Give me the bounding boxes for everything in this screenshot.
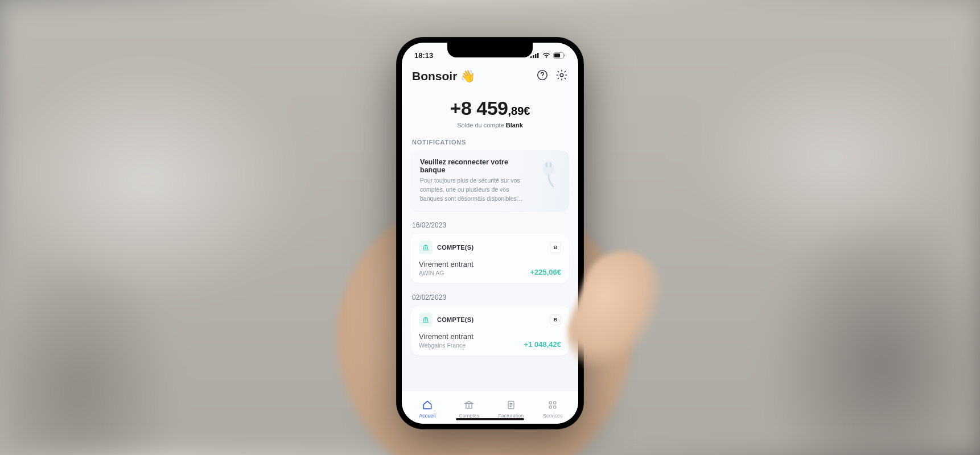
svg-rect-31 bbox=[549, 406, 551, 408]
account-label: COMPTE(S) bbox=[437, 316, 473, 323]
notification-card[interactable]: Veuillez reconnecter votre banque Pour t… bbox=[411, 150, 569, 211]
transaction-amount: +1 048,42€ bbox=[524, 340, 561, 349]
transaction-amount: +225,06€ bbox=[530, 268, 561, 276]
svg-rect-11 bbox=[546, 163, 547, 167]
nav-home[interactable]: Accueil bbox=[406, 399, 448, 419]
home-indicator[interactable] bbox=[456, 418, 524, 420]
help-icon[interactable] bbox=[536, 69, 549, 84]
greeting: Bonsoir 👋 bbox=[412, 69, 475, 83]
brand-chip: B bbox=[550, 314, 561, 325]
balance-subtitle: Solde du compte Blank bbox=[411, 122, 569, 129]
nav-label: Services bbox=[543, 413, 563, 419]
grid-icon bbox=[547, 399, 558, 412]
phone-frame: 18:13 Bonsoir 👋 bbox=[396, 37, 584, 429]
cellular-icon bbox=[530, 52, 540, 58]
transaction-title: Virement entrant bbox=[419, 260, 473, 268]
transaction-date: 02/02/2023 bbox=[412, 293, 568, 301]
app-header: Bonsoir 👋 bbox=[411, 63, 569, 87]
transaction-date: 16/02/2023 bbox=[412, 221, 568, 229]
home-icon bbox=[422, 399, 433, 412]
svg-rect-0 bbox=[530, 56, 532, 58]
svg-rect-13 bbox=[423, 247, 424, 250]
svg-rect-14 bbox=[425, 247, 426, 250]
svg-rect-12 bbox=[550, 163, 551, 167]
notification-title: Veuillez reconnecter votre banque bbox=[420, 158, 532, 174]
settings-icon[interactable] bbox=[555, 69, 568, 84]
balance-cents: ,89€ bbox=[508, 105, 530, 117]
svg-rect-6 bbox=[565, 54, 566, 56]
bank-icon bbox=[419, 313, 433, 326]
nav-invoicing[interactable]: Facturation bbox=[490, 399, 532, 419]
svg-rect-20 bbox=[423, 322, 429, 322]
main-content[interactable]: Bonsoir 👋 +8 459,89€ Solde du bbox=[402, 63, 578, 391]
svg-rect-18 bbox=[425, 319, 426, 322]
bank-nav-icon bbox=[463, 399, 475, 412]
bank-icon bbox=[419, 241, 433, 254]
phone-notch bbox=[447, 43, 533, 57]
svg-rect-1 bbox=[533, 55, 534, 58]
svg-point-8 bbox=[542, 77, 542, 78]
transaction-merchant: AWIN AG bbox=[419, 270, 473, 276]
balance-main: +8 459 bbox=[450, 97, 508, 119]
svg-rect-16 bbox=[423, 250, 429, 250]
notification-body: Pour toujours plus de sécurité sur vos c… bbox=[420, 176, 532, 203]
svg-point-10 bbox=[543, 162, 554, 175]
balance-amount: +8 459,89€ bbox=[411, 97, 569, 119]
nav-accounts[interactable]: Comptes bbox=[448, 399, 491, 419]
nav-label: Facturation bbox=[498, 413, 524, 419]
svg-rect-19 bbox=[427, 319, 428, 322]
svg-rect-3 bbox=[537, 53, 539, 58]
transaction-card[interactable]: COMPTE(S) B Virement entrant AWIN AG +22… bbox=[411, 234, 569, 283]
balance-block: +8 459,89€ Solde du compte Blank bbox=[411, 97, 569, 129]
wave-emoji: 👋 bbox=[460, 69, 475, 83]
status-time: 18:13 bbox=[414, 51, 433, 60]
svg-rect-29 bbox=[549, 402, 551, 404]
svg-rect-17 bbox=[423, 319, 424, 322]
nav-services[interactable]: Services bbox=[532, 399, 574, 419]
transaction-merchant: Webgains France bbox=[419, 342, 473, 349]
svg-rect-2 bbox=[535, 54, 537, 58]
phone-screen: 18:13 Bonsoir 👋 bbox=[402, 43, 578, 424]
notifications-label: NOTIFICATIONS bbox=[412, 139, 568, 146]
greeting-text: Bonsoir bbox=[412, 69, 457, 83]
brand-chip: B bbox=[550, 242, 561, 253]
svg-point-9 bbox=[560, 73, 563, 77]
svg-rect-15 bbox=[427, 247, 428, 250]
document-icon bbox=[505, 399, 517, 412]
svg-rect-32 bbox=[554, 406, 556, 408]
svg-rect-5 bbox=[554, 53, 560, 57]
transaction-card[interactable]: COMPTE(S) B Virement entrant Webgains Fr… bbox=[411, 306, 569, 355]
battery-icon bbox=[553, 52, 566, 59]
nav-label: Comptes bbox=[459, 413, 479, 419]
nav-label: Accueil bbox=[419, 413, 435, 419]
svg-rect-30 bbox=[554, 402, 556, 404]
plug-icon bbox=[537, 158, 560, 190]
transaction-title: Virement entrant bbox=[419, 332, 473, 341]
account-label: COMPTE(S) bbox=[437, 244, 473, 251]
wifi-icon bbox=[542, 52, 550, 58]
